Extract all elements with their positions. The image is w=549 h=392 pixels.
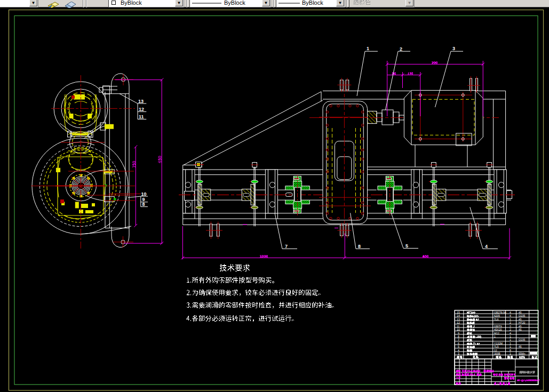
svg-text:TL6: TL6 [494, 318, 499, 321]
svg-text:HT20: HT20 [519, 321, 525, 324]
svg-text:6: 6 [458, 342, 459, 345]
svg-text:14: 14 [457, 314, 460, 317]
svg-text:45X20: 45X20 [494, 328, 502, 331]
svg-text:4: 4 [458, 349, 459, 352]
svg-text:2: 2 [510, 328, 511, 331]
svg-text:1: 1 [510, 342, 511, 345]
svg-text:2: 2 [400, 46, 402, 52]
svg-text:11: 11 [139, 114, 144, 119]
svg-text:1: 1 [510, 335, 511, 338]
svg-text:GB/T9: GB/T9 [494, 325, 502, 328]
svg-text:1: 1 [367, 46, 369, 51]
svg-text:1: 1 [510, 338, 511, 341]
svg-text:7: 7 [285, 244, 288, 249]
svg-text:45: 45 [519, 328, 522, 331]
svg-text:1: 1 [510, 345, 511, 348]
svg-text:4: 4 [510, 311, 511, 314]
svg-text:45: 45 [519, 325, 522, 328]
svg-text:1: 1 [510, 318, 511, 321]
svg-text:13: 13 [457, 318, 460, 321]
svg-text:300B: 300B [494, 352, 500, 355]
svg-text:Y132M: Y132M [494, 342, 503, 345]
svg-text:12: 12 [494, 349, 497, 352]
svg-text:8: 8 [142, 202, 145, 207]
svg-text:5: 5 [458, 345, 459, 348]
svg-text:9: 9 [458, 332, 459, 335]
svg-text:3: 3 [458, 352, 459, 355]
svg-text:65Mn: 65Mn [519, 352, 526, 355]
svg-text:45: 45 [519, 318, 522, 321]
svg-text:M12: M12 [494, 332, 499, 335]
svg-text:8: 8 [358, 244, 361, 249]
svg-text:4: 4 [485, 244, 488, 249]
svg-text:Q235: Q235 [519, 314, 525, 317]
svg-text:10: 10 [457, 328, 460, 331]
svg-text:4: 4 [510, 332, 511, 335]
svg-text:2: 2 [510, 321, 511, 324]
svg-text:8: 8 [458, 335, 459, 338]
svg-text:TL5: TL5 [494, 345, 499, 348]
svg-text:45: 45 [519, 345, 522, 348]
svg-text:12: 12 [139, 107, 144, 112]
svg-text:4: 4 [510, 314, 511, 317]
svg-text:2: 2 [510, 325, 511, 328]
svg-text:11: 11 [457, 325, 459, 328]
svg-text:1: 1 [510, 352, 511, 355]
svg-text:10: 10 [141, 191, 147, 197]
svg-text:3: 3 [452, 46, 455, 51]
svg-text:5: 5 [405, 243, 408, 249]
svg-text:Q235: Q235 [519, 338, 525, 341]
svg-text:8: 8 [510, 349, 511, 352]
svg-text:1: 1 [494, 335, 496, 338]
svg-text:15: 15 [457, 311, 460, 314]
svg-text:7: 7 [458, 338, 459, 341]
svg-text:6205: 6205 [494, 314, 500, 317]
svg-text:GB276-94: GB276-94 [494, 311, 506, 314]
svg-text:13: 13 [138, 99, 144, 104]
svg-text:12: 12 [457, 321, 460, 324]
svg-text:45: 45 [519, 311, 522, 314]
